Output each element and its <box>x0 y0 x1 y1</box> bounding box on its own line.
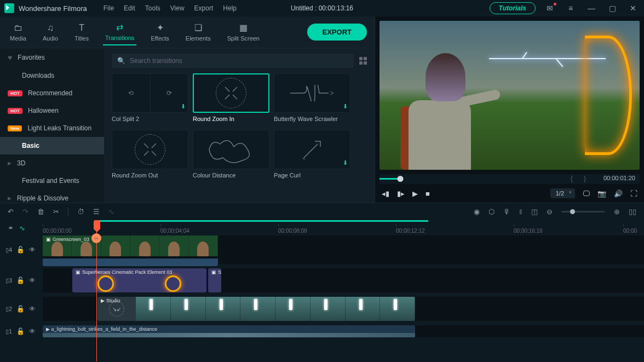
tab-transitions[interactable]: ⇄Transitions <box>103 19 136 45</box>
preview-viewport[interactable] <box>380 21 640 170</box>
menu-tools[interactable]: Tools <box>145 4 160 12</box>
lock-icon[interactable]: 🔓 <box>16 246 25 254</box>
sidebar-item-basic[interactable]: Basic <box>0 137 104 154</box>
transition-page-curl[interactable]: ⬇ Page Curl <box>274 130 350 179</box>
minimize-icon[interactable]: ― <box>585 2 598 15</box>
range-brackets-icon[interactable]: { } <box>571 174 590 182</box>
crop-icon[interactable]: ◫ <box>531 208 538 216</box>
sidebar-item-3d[interactable]: ▶3D <box>0 154 104 172</box>
next-frame-icon[interactable]: ▮▸ <box>397 189 405 198</box>
zoom-slider[interactable] <box>561 211 605 212</box>
zoom-slider-knob[interactable] <box>570 209 575 214</box>
track-manager-icon[interactable]: ▯▯ <box>629 208 636 216</box>
transition-colour-distance[interactable]: Colour Distance <box>193 130 269 179</box>
lock-icon[interactable]: 🔓 <box>16 277 25 284</box>
download-icon: ⬇ <box>181 103 186 110</box>
delete-icon[interactable]: 🗑 <box>37 208 44 216</box>
chevron-right-icon: ▶ <box>8 196 12 201</box>
tab-titles[interactable]: TTitles <box>72 20 91 45</box>
tab-split-screen[interactable]: ▦Split Screen <box>225 20 262 45</box>
eye-icon[interactable]: 👁 <box>29 327 36 335</box>
clip-lightning-field[interactable]: ▶ a_lightning_bolt_strikes_a_field_in_th… <box>43 325 415 337</box>
menu-view[interactable]: View <box>170 4 185 12</box>
cut-icon[interactable]: ✂ <box>53 208 59 216</box>
clip-type-icon: ▣ <box>76 269 81 275</box>
tab-elements[interactable]: ❏Elements <box>183 20 213 45</box>
zoom-out-timeline-icon[interactable]: ⊖ <box>547 208 553 216</box>
marker-icon[interactable]: ⬡ <box>488 208 495 216</box>
maximize-icon[interactable]: ▢ <box>606 2 619 15</box>
split-icon: ▦ <box>238 23 249 33</box>
menu-export[interactable]: Export <box>194 4 214 12</box>
portal-ring-icon <box>165 275 181 292</box>
transition-col-split-2[interactable]: ⟲⟳⬇ Col Split 2 <box>112 73 188 122</box>
prev-frame-icon[interactable]: ◂▮ <box>382 189 389 198</box>
clip-greenscreen[interactable]: ▣Greenscreen_03 <box>43 235 218 256</box>
sidebar-item-recommended[interactable]: HOTRecommended <box>0 84 104 102</box>
tutorials-button[interactable]: Tutorials <box>490 2 536 14</box>
clip-studio[interactable]: ▶Studio ↘↙ <box>97 297 415 321</box>
record-icon[interactable]: 🎙 <box>503 208 510 216</box>
clip-superheroes-element[interactable]: ▣Superheroes Cinematic Pack Element 03 <box>72 268 206 292</box>
fullscreen-icon[interactable]: ⛶ <box>630 189 637 198</box>
snapshot-icon[interactable]: 📷 <box>597 189 606 198</box>
link-icon[interactable]: ⚭ <box>8 224 14 232</box>
sidebar-item-downloads[interactable]: Downloads <box>0 67 104 84</box>
sidebar-item-ripple[interactable]: ▶Ripple & Dissolve <box>0 189 104 203</box>
heart-icon: ♥ <box>8 53 12 62</box>
app-logo-icon <box>4 3 14 13</box>
render-icon[interactable]: ◉ <box>474 208 480 216</box>
eye-icon[interactable]: 👁 <box>29 305 36 313</box>
snap-icon[interactable]: ∿ <box>19 224 25 232</box>
preview-quality-select[interactable]: 1/2 <box>550 188 575 198</box>
preview-portal-effect <box>585 36 632 155</box>
menu-help[interactable]: Help <box>223 4 237 12</box>
stop-icon[interactable]: ■ <box>426 189 430 198</box>
monitor-icon[interactable]: 🖵 <box>583 189 590 198</box>
sidebar-item-light-leaks[interactable]: NewLight Leaks Transition <box>0 119 104 137</box>
play-icon[interactable]: ▶ <box>412 189 418 198</box>
timeline-ruler[interactable]: 00;00;00;00 00;00;04;04 00;00;08;08 00;0… <box>43 220 644 235</box>
notifications-icon[interactable]: ✉ <box>543 2 556 15</box>
blob-icon <box>204 133 258 166</box>
transition-round-zoom-in[interactable]: Round Zoom In <box>193 73 269 122</box>
transition-round-zoom-out[interactable]: Round Zoom Out <box>112 130 188 179</box>
chevron-right-icon: ▶ <box>8 160 12 166</box>
tab-effects[interactable]: ✦Effects <box>148 20 171 45</box>
playhead-grip[interactable] <box>94 220 100 229</box>
export-button[interactable]: EXPORT <box>307 24 367 41</box>
tab-audio[interactable]: ♫Audio <box>41 20 60 45</box>
redo-icon[interactable]: ↷ <box>22 208 28 216</box>
audio-wave-icon[interactable]: ∿ <box>108 208 114 216</box>
search-input[interactable]: 🔍 Search transitions <box>112 54 354 68</box>
menu-file[interactable]: File <box>104 4 114 12</box>
adjust-icon[interactable]: ☰ <box>93 208 100 216</box>
eye-icon[interactable]: 👁 <box>29 246 36 254</box>
zoom-in-timeline-icon[interactable]: ⊕ <box>614 208 620 216</box>
search-placeholder: Search transitions <box>130 57 182 65</box>
close-icon[interactable]: ✕ <box>626 2 640 15</box>
clip-audio-waveform[interactable] <box>43 258 218 266</box>
menu-edit[interactable]: Edit <box>124 4 135 12</box>
transition-butterfly-wave[interactable]: ⬇ Butterfly Wave Scrawler <box>274 73 350 122</box>
sidebar-item-halloween[interactable]: HOTHalloween <box>0 102 104 119</box>
play-range-indicator <box>96 220 428 222</box>
preview-scrubber[interactable]: { } 00:00:01:20 <box>380 174 640 184</box>
eye-icon[interactable]: 👁 <box>29 277 36 284</box>
preview-scrubber-knob[interactable] <box>398 176 404 182</box>
sidebar-item-favorites[interactable]: ♥Favorites <box>0 48 104 67</box>
speed-icon[interactable]: ⏱ <box>77 208 84 216</box>
undo-icon[interactable]: ↶ <box>8 208 14 216</box>
zoom-in-icon <box>223 85 239 101</box>
grid-view-icon[interactable] <box>359 57 367 65</box>
volume-icon[interactable]: 🔊 <box>614 189 623 198</box>
timeline: ⚭ ∿ 00;00;00;00 00;00;04;04 00;00;08;08 … <box>0 220 644 362</box>
menu-overflow-icon[interactable]: ≡ <box>564 2 577 15</box>
mixer-icon[interactable]: ⫴ <box>519 208 522 216</box>
zoom-out-icon <box>142 141 158 158</box>
tab-media[interactable]: 🗀Media <box>8 20 28 45</box>
lock-icon[interactable]: 🔓 <box>16 305 25 313</box>
lock-icon[interactable]: 🔓 <box>16 327 25 335</box>
sidebar-item-festival[interactable]: Festival and Events <box>0 172 104 189</box>
clip-extra[interactable]: ▣S <box>208 268 221 292</box>
